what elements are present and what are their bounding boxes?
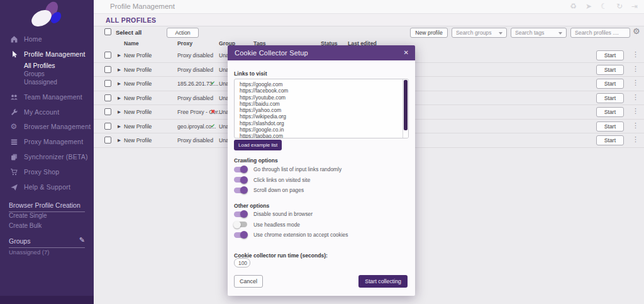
sidebar-item-help-support[interactable]: Help & Support — [0, 182, 94, 192]
toggle-switch[interactable] — [234, 188, 247, 193]
link-item: https://youtube.com — [240, 94, 403, 101]
proxy-value: Proxy disabled — [177, 95, 213, 101]
start-button[interactable]: Start — [596, 50, 624, 60]
toggle-knob — [240, 166, 248, 173]
cancel-button[interactable]: Cancel — [234, 275, 263, 288]
expand-arrow-icon[interactable]: ▶ — [118, 96, 121, 101]
sidebar-footer-bar — [0, 296, 94, 304]
sidebar-subitem-unassigned[interactable]: Unassigned — [24, 79, 57, 86]
app-window: Home Profile Management All Profiles Gro… — [0, 0, 644, 304]
sidebar-section-browser-profile-creation: Browser Profile Creation — [9, 201, 85, 212]
search-tags-select[interactable]: Search tags — [511, 28, 567, 38]
sidebar-item-browser-management[interactable]: ⚙ Browser Management — [0, 121, 94, 132]
sidebar-subitem-groups[interactable]: Groups — [24, 70, 45, 77]
expand-arrow-icon[interactable]: ▶ — [118, 138, 121, 143]
toggle-switch[interactable] — [234, 211, 247, 217]
col-name: Name — [124, 40, 139, 47]
sidebar-item-synchronizer[interactable]: Synchronizer (BETA) — [0, 152, 94, 162]
profile-name: New Profile — [124, 52, 152, 59]
app-logo — [24, 1, 70, 33]
load-example-list-button[interactable]: Load example list — [234, 140, 282, 150]
recycle-icon[interactable]: ♻ — [570, 2, 577, 11]
expand-arrow-icon[interactable]: ▶ — [118, 81, 121, 86]
start-button[interactable]: Start — [596, 93, 624, 103]
sidebar-item-label: Team Management — [24, 93, 82, 101]
sidebar-item-label: Proxy Management — [24, 138, 83, 145]
sidebar-item-profile-management[interactable]: Profile Management — [0, 49, 94, 59]
row-checkbox[interactable] — [104, 137, 111, 144]
kebab-menu-icon[interactable]: ⋮ — [632, 93, 639, 101]
scrollbar-thumb[interactable] — [404, 80, 408, 130]
search-groups-select[interactable]: Search groups — [452, 28, 507, 38]
kebab-menu-icon[interactable]: ⋮ — [632, 50, 639, 59]
search-profiles-input[interactable] — [570, 28, 630, 38]
toggle-label: Click links on visited site — [253, 177, 310, 183]
kebab-menu-icon[interactable]: ⋮ — [632, 121, 639, 130]
sidebar-item-proxy-management[interactable]: Proxy Management — [0, 137, 94, 147]
expand-arrow-icon[interactable]: ▶ — [118, 53, 121, 58]
sidebar-item-proxy-shop[interactable]: Proxy Shop — [0, 167, 94, 177]
row-checkbox[interactable] — [104, 66, 111, 73]
links-list[interactable]: https://google.com https://facebook.com … — [234, 79, 409, 138]
crawling-options-label: Crawling options — [234, 157, 278, 164]
expand-arrow-icon[interactable]: ▶ — [118, 110, 121, 115]
toggle-switch[interactable] — [234, 222, 247, 227]
sidebar-subitem-all-profiles[interactable]: All Profiles — [24, 62, 55, 69]
other-options-label: Other options — [234, 203, 269, 209]
sidebar-item-create-bulk[interactable]: Create Bulk — [9, 222, 42, 229]
sidebar-item-create-single[interactable]: Create Single — [9, 212, 47, 219]
link-item: https://taobao.com — [240, 133, 403, 138]
links-scrollbar[interactable] — [402, 79, 408, 138]
new-profile-button[interactable]: New profile — [410, 28, 448, 38]
link-item: https://wikipedia.org — [240, 113, 403, 120]
toggle-knob — [240, 176, 248, 184]
settings-gear-icon[interactable]: ⚙ — [633, 26, 640, 36]
sidebar-item-team-management[interactable]: Team Management — [0, 92, 94, 102]
start-button[interactable]: Start — [596, 79, 624, 89]
link-item: https://slashdot.org — [240, 120, 403, 127]
sidebar-item-label: Browser Management — [24, 123, 91, 130]
row-checkbox[interactable] — [104, 94, 111, 101]
row-checkbox[interactable] — [104, 123, 111, 130]
kebab-menu-icon[interactable]: ⋮ — [632, 65, 639, 73]
start-button[interactable]: Start — [596, 135, 624, 145]
toggle-row: Click links on visited site — [234, 176, 310, 184]
start-button[interactable]: Start — [596, 65, 624, 75]
sidebar-item-label: Profile Management — [24, 50, 86, 58]
link-item: https://baidu.com — [240, 101, 403, 107]
row-checkbox[interactable] — [104, 52, 111, 59]
kebab-menu-icon[interactable]: ⋮ — [632, 107, 639, 115]
kebab-menu-icon[interactable]: ⋮ — [632, 135, 639, 144]
toggle-switch[interactable] — [234, 177, 247, 183]
runtime-input[interactable] — [234, 258, 250, 267]
select-all-checkbox[interactable] — [104, 28, 111, 35]
sidebar-section-groups: Groups ✎ — [9, 237, 85, 248]
start-button[interactable]: Start — [596, 121, 624, 132]
expand-arrow-icon[interactable]: ▶ — [118, 124, 121, 129]
cart-icon — [9, 167, 19, 176]
edit-groups-icon[interactable]: ✎ — [79, 236, 85, 244]
start-button[interactable]: Start — [596, 107, 624, 117]
send-icon[interactable]: ➤ — [586, 2, 592, 11]
toggle-switch[interactable] — [234, 232, 247, 238]
row-checkbox[interactable] — [104, 108, 111, 115]
logout-icon[interactable]: ⇥ — [631, 2, 638, 11]
close-icon[interactable]: ✕ — [404, 49, 409, 56]
toggle-row: Disable sound in browser — [234, 210, 313, 218]
runtime-label: Cookie collector run time (seconds): — [234, 252, 328, 259]
toggle-switch[interactable] — [234, 167, 247, 172]
sidebar-item-home[interactable]: Home — [0, 34, 94, 44]
sidebar-item-unassigned-count[interactable]: Unassigned (7) — [9, 249, 49, 256]
action-button[interactable]: Action — [167, 28, 199, 38]
toggle-row: Use chrome extension to accept cookies — [234, 230, 348, 239]
expand-arrow-icon[interactable]: ▶ — [118, 67, 121, 72]
refresh-icon[interactable]: ↻ — [616, 2, 623, 11]
all-profiles-bar: ALL PROFILES — [94, 14, 644, 26]
proxy-status-icon: ✔ — [211, 123, 215, 129]
row-checkbox[interactable] — [104, 80, 111, 87]
dark-mode-icon[interactable]: ☾ — [601, 2, 608, 11]
start-collecting-button[interactable]: Start collecting — [358, 275, 408, 288]
kebab-menu-icon[interactable]: ⋮ — [632, 79, 639, 87]
home-icon — [9, 35, 19, 43]
sidebar-item-my-account[interactable]: My Account — [0, 107, 94, 117]
